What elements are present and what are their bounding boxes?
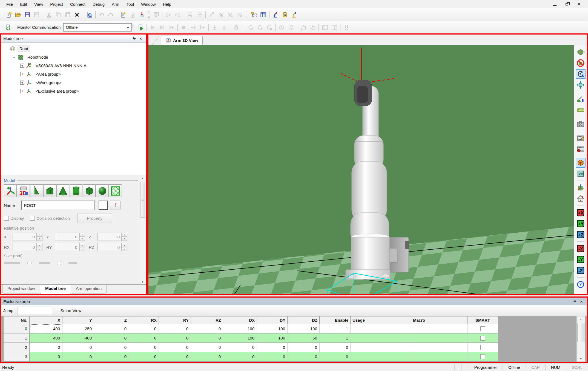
- view-2d-icon[interactable]: 2D: [576, 169, 586, 179]
- cube-button[interactable]: [83, 184, 96, 197]
- table-cell[interactable]: 0: [30, 352, 62, 361]
- menu-item-edit[interactable]: Edit: [16, 1, 31, 8]
- table-cell[interactable]: 1: [320, 333, 351, 343]
- open-project-icon[interactable]: [14, 11, 22, 19]
- table-cell[interactable]: 0: [191, 352, 223, 361]
- table-cell[interactable]: 100: [257, 333, 288, 343]
- pin-icon[interactable]: [131, 36, 137, 42]
- display-checkbox[interactable]: [4, 216, 9, 221]
- toolbar-grip[interactable]: [1, 24, 2, 31]
- table-cell[interactable]: 0: [257, 343, 288, 352]
- column-header-rz[interactable]: RZ: [191, 316, 223, 324]
- table-cell[interactable]: 0: [94, 333, 129, 343]
- ruler-icon[interactable]: [576, 105, 586, 115]
- add-program-icon[interactable]: [119, 11, 127, 19]
- row-number-cell[interactable]: 3: [4, 352, 30, 361]
- table-cell[interactable]: [351, 343, 411, 352]
- column-header-macro[interactable]: Macro: [411, 316, 467, 324]
- table-cell[interactable]: 0: [320, 343, 351, 352]
- table-cell[interactable]: 400: [30, 324, 62, 333]
- pin-icon[interactable]: [572, 298, 578, 304]
- column-header-x[interactable]: X: [30, 316, 62, 324]
- table-cell[interactable]: [351, 324, 411, 333]
- table-cell[interactable]: 0: [62, 352, 94, 361]
- spinner-buttons[interactable]: ▲▼: [122, 243, 127, 251]
- minus-z-icon[interactable]: -Z: [576, 266, 586, 275]
- row-number-cell[interactable]: 2: [4, 343, 30, 352]
- scroll-up-icon[interactable]: ▲: [578, 316, 584, 322]
- tree-node-root[interactable]: Root: [2, 44, 146, 53]
- collision-checkbox[interactable]: [30, 216, 35, 221]
- smart-checkbox[interactable]: [480, 336, 485, 341]
- table-cell[interactable]: 0: [191, 343, 223, 352]
- cylinder-button[interactable]: [70, 184, 82, 197]
- plus-y-icon[interactable]: +Y: [576, 219, 586, 229]
- tab-model-tree[interactable]: Model tree: [40, 285, 71, 294]
- tree-node-vs060a3-av6-nnn-nnn-a[interactable]: +VS060A3-AV6-NNN-NNN-A: [2, 61, 146, 70]
- find-icon[interactable]: [85, 11, 93, 19]
- column-header-rx[interactable]: RX: [129, 316, 159, 324]
- table-cell[interactable]: 50: [288, 333, 320, 343]
- table-cell[interactable]: 0: [223, 352, 257, 361]
- table-cell[interactable]: 100: [223, 333, 257, 343]
- column-header-dx[interactable]: DX: [223, 316, 257, 324]
- camera-icon[interactable]: [576, 119, 586, 129]
- table-cell[interactable]: [351, 352, 411, 361]
- column-header-ry[interactable]: RY: [159, 316, 191, 324]
- scroll-down-icon[interactable]: ▼: [578, 356, 584, 361]
- table-cell[interactable]: 0: [320, 352, 351, 361]
- view-3d-icon[interactable]: 3D: [576, 158, 586, 168]
- toolbar-grip[interactable]: [242, 24, 244, 31]
- arm-config-icon[interactable]: [271, 11, 280, 19]
- communication-mode-select[interactable]: Offline: [63, 23, 132, 32]
- sphere-button[interactable]: [96, 184, 109, 197]
- table-cell[interactable]: 250: [62, 324, 94, 333]
- table-cell[interactable]: -400: [62, 333, 94, 343]
- field-value[interactable]: 0: [13, 243, 37, 251]
- radio-option-2[interactable]: [57, 261, 61, 265]
- plus-x-icon[interactable]: +X: [576, 208, 586, 218]
- scroll-thumb[interactable]: ≡: [140, 182, 145, 218]
- table-cell[interactable]: 0: [288, 352, 320, 361]
- table-cell[interactable]: 0: [159, 343, 191, 352]
- expand-icon[interactable]: +: [20, 64, 24, 68]
- spinner-buttons[interactable]: ▲▼: [79, 243, 85, 251]
- scroll-thumb[interactable]: [577, 323, 584, 342]
- close-button[interactable]: ×: [574, 1, 584, 7]
- spinner-buttons[interactable]: ▲▼: [37, 233, 42, 241]
- axes-new-button[interactable]: [4, 184, 17, 197]
- menu-item-project[interactable]: Project: [47, 1, 67, 8]
- expand-icon[interactable]: +: [20, 72, 24, 76]
- grid-scrollbar[interactable]: ▲ ▼: [576, 316, 585, 362]
- table-cell[interactable]: 100: [257, 324, 288, 333]
- scroll-up-icon[interactable]: ▲: [140, 175, 146, 181]
- table-cell[interactable]: 0: [129, 324, 159, 333]
- radio-option-1[interactable]: [27, 261, 32, 265]
- close-panel-icon[interactable]: ×: [578, 298, 585, 304]
- menu-item-debug[interactable]: Debug: [89, 1, 108, 8]
- collision-off-icon[interactable]: [576, 58, 586, 68]
- toolbar-grip[interactable]: [132, 24, 134, 31]
- variable-table-icon[interactable]: [259, 11, 267, 19]
- menu-item-file[interactable]: File: [3, 1, 16, 8]
- column-header-smart[interactable]: SMART: [467, 316, 498, 324]
- delete-icon[interactable]: [73, 11, 81, 19]
- smart-checkbox[interactable]: [480, 354, 485, 359]
- import-3d-button[interactable]: 3D: [17, 184, 30, 197]
- table-cell[interactable]: 0: [257, 352, 288, 361]
- column-header-dy[interactable]: DY: [257, 316, 288, 324]
- column-header-z[interactable]: Z: [94, 316, 129, 324]
- plus-z-icon[interactable]: +Z: [576, 230, 586, 239]
- field-value[interactable]: 0: [55, 233, 79, 241]
- 3d-viewport[interactable]: [148, 45, 574, 294]
- expand-icon[interactable]: +: [20, 89, 24, 93]
- minus-y-icon[interactable]: -Y: [576, 255, 586, 264]
- table-cell[interactable]: [411, 324, 467, 333]
- row-number-cell[interactable]: 0: [4, 324, 30, 333]
- name-input[interactable]: [21, 201, 95, 210]
- tree-node-work-group[interactable]: +<Work group>: [2, 78, 146, 87]
- block-button[interactable]: [43, 184, 56, 197]
- compile-icon[interactable]: [136, 23, 145, 32]
- table-cell[interactable]: 0: [191, 333, 223, 343]
- table-cell[interactable]: 0: [129, 333, 159, 343]
